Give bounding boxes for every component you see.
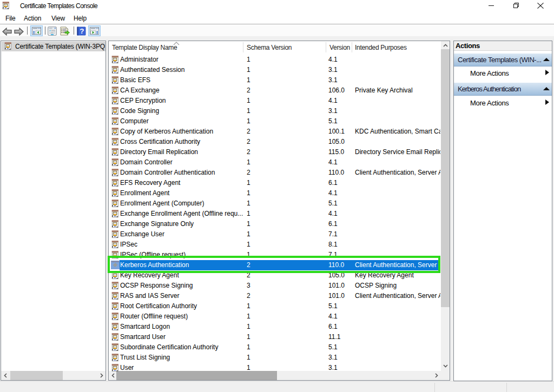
svg-text:?: ?: [80, 27, 84, 35]
